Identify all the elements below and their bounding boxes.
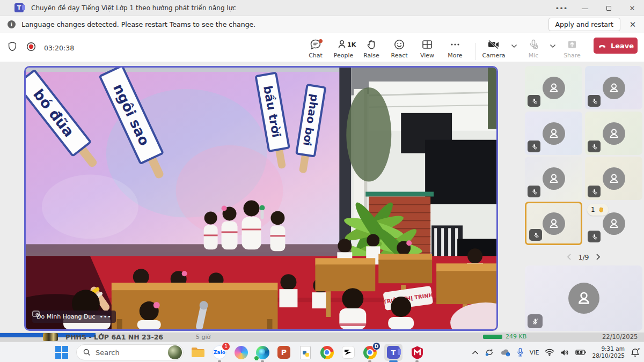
chrome-profile-button[interactable]: D xyxy=(363,345,377,359)
start-button[interactable] xyxy=(55,345,69,359)
svg-text:i: i xyxy=(507,353,508,356)
self-video-tile[interactable] xyxy=(525,265,642,331)
chrome-button[interactable] xyxy=(320,345,334,359)
copilot-icon xyxy=(235,346,248,359)
camera-options-chevron-icon[interactable] xyxy=(509,40,519,50)
page-prev-icon[interactable] xyxy=(566,253,572,261)
language-indicator[interactable]: VIE xyxy=(530,349,539,356)
react-button[interactable]: React xyxy=(385,36,413,61)
mic-button[interactable]: Mic xyxy=(519,36,547,61)
mcafee-icon xyxy=(411,345,424,360)
svg-text:z: z xyxy=(638,348,640,351)
participant-tile-2[interactable] xyxy=(585,66,642,109)
window-title: Chuyên đề dạy Tiếng Việt Lớp 1 theo hướn… xyxy=(31,4,236,12)
tray-expand-icon[interactable] xyxy=(472,350,479,355)
presenter-name-label[interactable]: Do Minh Hoang Duc ••• xyxy=(32,311,116,323)
chrome-icon xyxy=(320,346,334,359)
group-chat-title: PHHS - LỚP 6A1 NH 23-26 xyxy=(65,333,163,341)
mic-muted-icon xyxy=(588,186,601,197)
battery-icon[interactable] xyxy=(575,349,586,356)
view-button[interactable]: View xyxy=(413,36,441,61)
chat-button[interactable]: Chat xyxy=(302,36,330,61)
teams-icon: T xyxy=(387,346,400,359)
popout-icon[interactable] xyxy=(32,311,40,317)
people-button[interactable]: 1K People xyxy=(330,36,357,61)
share-button[interactable]: Share xyxy=(558,36,586,61)
banner-message: Language changes detected. Please restar… xyxy=(21,20,255,28)
zalo-badge: 1 xyxy=(222,343,230,350)
presenter-name: Do Minh Hoang Duc xyxy=(36,313,95,320)
update-sync-icon[interactable] xyxy=(485,348,494,357)
powerpoint-button[interactable]: P xyxy=(277,345,291,359)
camera-button[interactable]: Camera xyxy=(479,36,509,61)
avatar xyxy=(603,212,625,235)
mic-muted-icon xyxy=(528,186,540,197)
participant-tile-7[interactable] xyxy=(525,202,582,245)
meeting-stage: bó đũa ngôi sao bầu trời phao bơi xyxy=(0,62,644,333)
tile-more-icon[interactable]: ••• xyxy=(99,313,111,320)
more-button[interactable]: More xyxy=(441,36,469,61)
participant-tile-5[interactable] xyxy=(525,157,582,200)
window-close-icon[interactable]: ✕ xyxy=(620,0,644,16)
avatar xyxy=(603,167,625,190)
folder-icon xyxy=(191,346,205,358)
zalo-button[interactable]: Zalo 1 xyxy=(213,345,226,359)
mic-muted-icon xyxy=(588,231,601,242)
hangup-icon xyxy=(597,41,607,50)
window-more-icon[interactable]: ••• xyxy=(550,0,573,16)
apply-and-restart-button[interactable]: Apply and restart xyxy=(548,18,620,31)
raise-hand-button[interactable]: Raise xyxy=(357,36,385,61)
banner-close-icon[interactable]: ✕ xyxy=(627,20,639,29)
python-file-button[interactable] xyxy=(298,345,312,359)
python-file-icon xyxy=(300,346,311,359)
edge-icon xyxy=(256,346,269,359)
avatar xyxy=(543,122,565,145)
search-label: Search xyxy=(96,349,163,357)
volume-icon[interactable] xyxy=(560,349,569,357)
wifi-icon[interactable] xyxy=(545,349,554,356)
participant-tile-4[interactable] xyxy=(585,112,642,155)
tray-mic-icon[interactable] xyxy=(517,348,524,357)
mcafee-button[interactable] xyxy=(410,345,424,359)
notification-bell-icon[interactable]: z xyxy=(631,348,640,357)
windows-logo-icon xyxy=(55,346,68,359)
participant-tile-1[interactable] xyxy=(525,66,582,109)
participant-tile-6[interactable] xyxy=(585,157,642,200)
window-minimize-icon[interactable]: — xyxy=(573,0,597,16)
window-maximize-icon[interactable] xyxy=(597,0,620,16)
teams-button[interactable]: T xyxy=(384,345,402,359)
search-highlight-image[interactable] xyxy=(168,345,182,359)
copilot-button[interactable] xyxy=(234,345,248,359)
leave-button[interactable]: Leave xyxy=(594,38,638,54)
group-chat-time: 5 giờ xyxy=(196,334,210,341)
view-icon xyxy=(421,38,434,51)
shield-icon xyxy=(6,41,18,55)
recording-icon xyxy=(25,41,37,55)
edge-button[interactable] xyxy=(255,345,269,359)
taskbar-clock[interactable]: 9:31 am 28/10/2025 xyxy=(592,345,625,359)
group-chat-avatar xyxy=(43,333,58,341)
main-video-tile[interactable]: bó đũa ngôi sao bầu trời phao bơi xyxy=(24,66,498,331)
avatar xyxy=(543,167,565,190)
capcut-button[interactable] xyxy=(341,345,355,359)
mic-muted-icon xyxy=(588,141,601,152)
camera-off-icon xyxy=(487,38,501,51)
windows-taskbar: Search Zalo 1 P D T xyxy=(0,342,644,362)
mic-options-chevron-icon[interactable] xyxy=(547,40,558,50)
mic-muted-icon xyxy=(527,38,540,51)
onedrive-icon[interactable]: i xyxy=(500,348,511,357)
background-window-strip: PHHS - LỚP 6A1 NH 23-26 5 giờ 249 KB 22/… xyxy=(0,333,644,342)
transfer-size: 249 KB xyxy=(506,333,526,340)
taskbar-search[interactable]: Search xyxy=(76,344,184,360)
toolbar-divider xyxy=(475,43,475,60)
chat-notification-dot xyxy=(319,39,323,43)
clock-time: 9:31 am xyxy=(592,345,625,352)
raise-hand-icon xyxy=(365,38,378,51)
mic-muted-icon xyxy=(528,95,540,107)
page-next-icon[interactable] xyxy=(596,253,601,261)
avatar xyxy=(543,77,565,99)
participant-tile-3[interactable] xyxy=(525,112,582,155)
window-titlebar: T Chuyên đề dạy Tiếng Việt Lớp 1 theo hư… xyxy=(0,0,644,16)
participant-tile-raised-hand[interactable]: 1 xyxy=(585,202,642,245)
file-explorer-button[interactable] xyxy=(191,345,205,359)
